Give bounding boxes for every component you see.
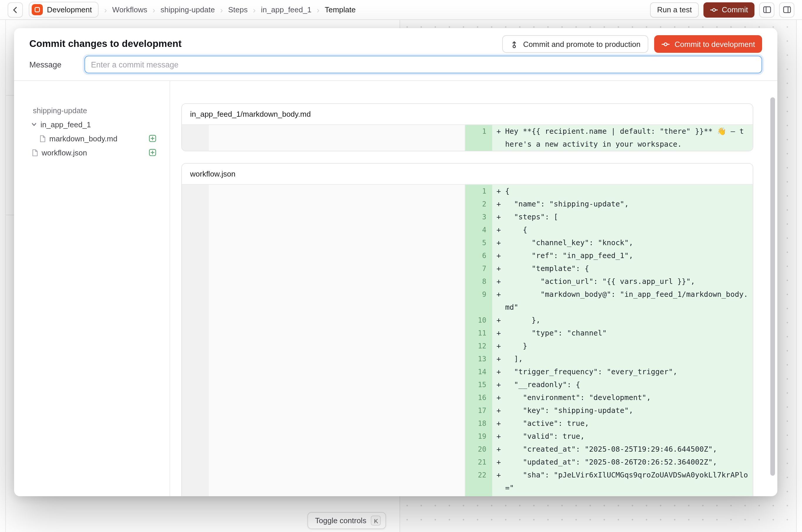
- diff-plus-sign: +: [492, 185, 505, 198]
- commit-to-development-label: Commit to development: [674, 40, 755, 49]
- diff-line: 10+ },: [182, 314, 753, 327]
- old-line-gutter: [182, 288, 209, 314]
- tree-item-workflow[interactable]: shipping-update: [14, 103, 170, 117]
- old-line-gutter: [182, 275, 209, 288]
- diff-lines: 1+Hey **{{ recipient.name | default: "th…: [182, 125, 753, 151]
- diff-plus-sign: +: [492, 430, 505, 443]
- added-line-number: 10: [465, 314, 492, 327]
- old-line-content: [209, 469, 465, 494]
- added-line-number: 17: [465, 404, 492, 417]
- file-name: workflow.json: [42, 148, 87, 157]
- commit-message-input[interactable]: [85, 56, 762, 73]
- old-line-gutter: [182, 224, 209, 236]
- breadcrumb-item[interactable]: Template: [325, 5, 356, 14]
- commit-and-promote-button[interactable]: Commit and promote to production: [502, 35, 648, 53]
- commit-button[interactable]: Commit: [704, 2, 754, 17]
- diff-plus-sign: +: [492, 211, 505, 224]
- old-line-content: [209, 353, 465, 365]
- diff-plus-sign: +: [492, 494, 505, 496]
- diff-plus-sign: +: [492, 288, 505, 314]
- added-line-number: 6: [465, 249, 492, 262]
- added-line-code: "name": "shipping-update",: [505, 198, 753, 211]
- diff-plus-sign: +: [492, 417, 505, 430]
- added-line-number: 11: [465, 327, 492, 340]
- added-line-number: 15: [465, 378, 492, 391]
- toggle-right-panel-button[interactable]: [779, 2, 795, 17]
- diff-plus-sign: +: [492, 236, 505, 249]
- git-commit-icon: [661, 40, 670, 49]
- old-line-gutter: [182, 236, 209, 249]
- added-line-code: "sha": "pJeLVir6xIlUCMGqs9qroZoUAVDSwA0y…: [505, 469, 753, 494]
- old-line-gutter: [182, 430, 209, 443]
- diff-file-name: in_app_feed_1/markdown_body.md: [182, 104, 753, 125]
- breadcrumb-item[interactable]: Steps: [228, 5, 248, 14]
- commit-and-promote-label: Commit and promote to production: [523, 40, 640, 49]
- old-line-content: [209, 456, 465, 469]
- tree-item-file[interactable]: markdown_body.md: [14, 131, 170, 146]
- chevron-down-icon[interactable]: [31, 121, 38, 128]
- breadcrumb-separator-icon: ›: [220, 5, 223, 14]
- added-line-code: "trigger_frequency": "every_trigger",: [505, 365, 753, 378]
- old-line-content: [209, 340, 465, 353]
- top-bar-actions: Run a test Commit: [650, 2, 795, 17]
- file-name: markdown_body.md: [49, 134, 117, 143]
- added-line-code: }: [505, 494, 753, 496]
- diff-line: 11+ "type": "channel": [182, 327, 753, 340]
- old-line-content: [209, 198, 465, 211]
- diff-plus-sign: +: [492, 404, 505, 417]
- diff-plus-sign: +: [492, 249, 505, 262]
- tree-item-step-folder[interactable]: in_app_feed_1: [14, 117, 170, 131]
- diff-line: 1+Hey **{{ recipient.name | default: "th…: [182, 125, 753, 151]
- environment-icon: [32, 4, 43, 15]
- old-line-gutter: [182, 185, 209, 198]
- back-button[interactable]: [7, 2, 23, 17]
- added-line-code: "markdown_body@": "in_app_feed_1/markdow…: [505, 288, 753, 314]
- added-line-number: 2: [465, 198, 492, 211]
- added-line-number: 7: [465, 262, 492, 275]
- modal-scrollbar-thumb[interactable]: [770, 97, 775, 476]
- diff-plus-sign: +: [492, 224, 505, 236]
- added-line-number: 13: [465, 353, 492, 365]
- added-line-number: 4: [465, 224, 492, 236]
- added-line-code: {: [505, 185, 753, 198]
- old-line-content: [209, 391, 465, 404]
- diff-line: 19+ "valid": true,: [182, 430, 753, 443]
- environment-selector[interactable]: Development: [29, 2, 98, 18]
- added-line-number: 14: [465, 365, 492, 378]
- old-line-gutter: [182, 391, 209, 404]
- old-line-gutter: [182, 456, 209, 469]
- diff-plus-sign: +: [492, 340, 505, 353]
- diff-lines: 1+{2+ "name": "shipping-update",3+ "step…: [182, 185, 753, 496]
- chevron-left-icon: [11, 5, 19, 14]
- top-bar: Development ›Workflows›shipping-update›S…: [0, 0, 802, 20]
- diff-line: 17+ "key": "shipping-update",: [182, 404, 753, 417]
- tree-item-file[interactable]: workflow.json: [14, 146, 170, 159]
- added-line-code: {: [505, 224, 753, 236]
- toggle-left-panel-button[interactable]: [759, 2, 775, 17]
- added-line-code: }: [505, 340, 753, 353]
- added-line-code: "valid": true,: [505, 430, 753, 443]
- panel-divider: [5, 95, 14, 96]
- old-line-content: [209, 125, 465, 151]
- breadcrumb-item[interactable]: shipping-update: [161, 5, 215, 14]
- breadcrumb-item[interactable]: in_app_feed_1: [261, 5, 312, 14]
- commit-modal: Commit changes to development Commit and…: [14, 28, 777, 496]
- added-line-number: 22: [465, 469, 492, 494]
- old-line-content: [209, 262, 465, 275]
- diff-plus-sign: +: [492, 365, 505, 378]
- diff-line: 1+{: [182, 185, 753, 198]
- message-label: Message: [29, 60, 85, 69]
- run-a-test-button[interactable]: Run a test: [650, 2, 699, 17]
- diff-plus-sign: +: [492, 353, 505, 365]
- diff-plus-sign: +: [492, 275, 505, 288]
- added-line-code: "template": {: [505, 262, 753, 275]
- modal-body: shipping-update in_app_feed_1 markdown_b…: [14, 81, 777, 496]
- panel-right-icon: [782, 5, 791, 14]
- old-line-gutter: [182, 404, 209, 417]
- diff-line: 3+ "steps": [: [182, 211, 753, 224]
- breadcrumb-item[interactable]: Workflows: [112, 5, 147, 14]
- added-line-number: 8: [465, 275, 492, 288]
- added-line-code: ],: [505, 353, 753, 365]
- commit-to-development-button[interactable]: Commit to development: [654, 35, 762, 53]
- toggle-controls-button[interactable]: Toggle controls K: [307, 512, 386, 529]
